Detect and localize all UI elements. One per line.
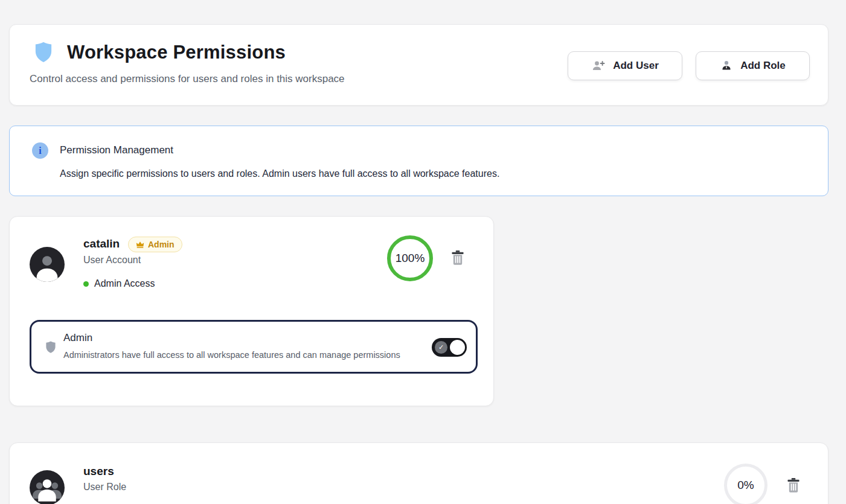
- add-user-button[interactable]: Add User: [568, 51, 682, 80]
- toggle-check-icon: ✓: [435, 341, 447, 354]
- user-progress-ring: 100%: [387, 235, 433, 281]
- crown-icon: [136, 241, 144, 249]
- toggle-knob: [450, 340, 465, 355]
- role-card-users: users User Role 0%: [9, 442, 828, 504]
- banner-title: Permission Management: [60, 144, 173, 156]
- user-card-catalin: catalin Admin User Account Admin Access …: [9, 216, 494, 406]
- user-avatar-icon: [30, 247, 65, 282]
- shield-icon: [44, 339, 57, 356]
- role-type-label: User Role: [83, 482, 126, 493]
- permission-row-admin[interactable]: Admin Administrators have full access to…: [30, 320, 478, 374]
- add-role-button[interactable]: Add Role: [696, 51, 810, 80]
- admin-badge: Admin: [128, 237, 182, 252]
- user-tie-icon: [720, 59, 733, 72]
- permission-management-banner: i Permission Management Assign specific …: [9, 126, 828, 196]
- page-subtitle: Control access and permissions for users…: [30, 73, 345, 85]
- admin-badge-label: Admin: [148, 240, 175, 249]
- role-avatar-icon: [30, 470, 65, 504]
- user-plus-icon: [591, 59, 606, 73]
- delete-role-button[interactable]: [787, 478, 800, 493]
- admin-permission-toggle[interactable]: ✓: [432, 338, 467, 357]
- page-title: Workspace Permissions: [67, 42, 286, 63]
- status-dot-icon: [83, 281, 89, 287]
- info-icon: i: [32, 142, 48, 159]
- access-status: Admin Access: [83, 278, 155, 289]
- user-type-label: User Account: [83, 255, 141, 266]
- role-progress-value: 0%: [737, 479, 754, 492]
- add-role-label: Add Role: [740, 60, 786, 72]
- permission-name: Admin: [63, 332, 92, 344]
- role-name: users: [83, 465, 114, 478]
- status-label: Admin Access: [94, 278, 155, 289]
- role-progress-ring: 0%: [724, 464, 767, 504]
- banner-body: Assign specific permissions to users and…: [60, 168, 499, 179]
- page-header-card: Workspace Permissions Control access and…: [9, 24, 828, 106]
- user-progress-value: 100%: [396, 252, 425, 265]
- user-name: catalin: [83, 237, 120, 250]
- shield-icon: [32, 40, 55, 65]
- permission-description: Administrators have full access to all w…: [63, 350, 400, 360]
- add-user-label: Add User: [613, 60, 659, 72]
- delete-user-button[interactable]: [451, 250, 464, 266]
